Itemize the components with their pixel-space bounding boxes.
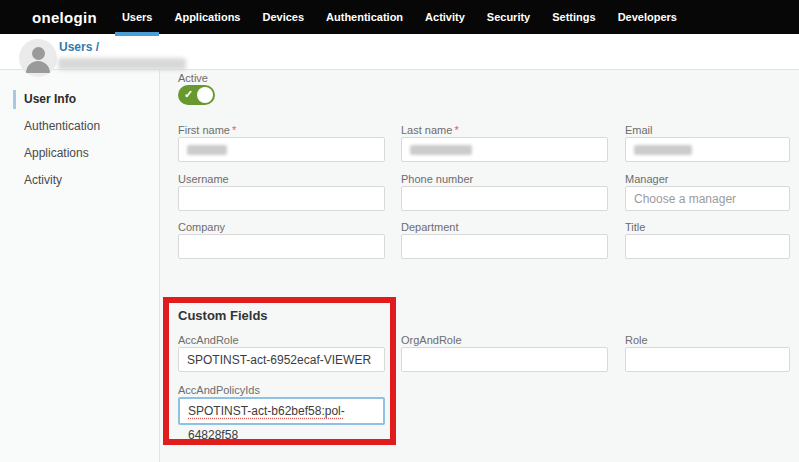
org-and-role-input[interactable] (401, 347, 608, 372)
last-name-label: Last name* (401, 124, 608, 136)
nav-tab-developers[interactable]: Developers (607, 0, 688, 34)
phone-number-label: Phone number (401, 173, 608, 185)
manager-label: Manager (625, 173, 790, 185)
acc-and-policy-ids-value: SPOTINST-act-b62bef58:pol-64828f58 (188, 404, 345, 442)
username-label: Username (178, 173, 385, 185)
first-name-label: First name* (178, 124, 385, 136)
username-input[interactable] (178, 186, 385, 211)
email-label: Email (625, 124, 790, 136)
first-name-input[interactable] (178, 137, 385, 162)
onelogin-logo: onelogin (32, 9, 97, 26)
nav-tab-security[interactable]: Security (476, 0, 541, 34)
company-label: Company (178, 221, 385, 233)
department-label: Department (401, 221, 608, 233)
nav-items: Users Applications Devices Authenticatio… (111, 0, 688, 34)
acc-and-policy-ids-label: AccAndPolicyIds (178, 384, 385, 396)
nav-tab-settings[interactable]: Settings (541, 0, 606, 34)
department-input[interactable] (401, 234, 608, 259)
nav-tab-devices[interactable]: Devices (251, 0, 315, 34)
breadcrumb[interactable]: Users / (59, 40, 99, 54)
onelogin-user-page: onelogin Users Applications Devices Auth… (0, 0, 799, 462)
acc-and-role-input[interactable] (178, 347, 385, 372)
sidebar-item-applications[interactable]: Applications (0, 140, 159, 167)
sidebar-item-activity[interactable]: Activity (0, 167, 159, 194)
redacted-value (634, 145, 692, 155)
redacted-value (410, 145, 472, 155)
role-input[interactable] (625, 347, 790, 372)
email-input[interactable] (625, 137, 790, 162)
active-toggle[interactable]: ✓ (178, 85, 215, 105)
user-info-form: Active ✓ First name* Last name* Email Us… (160, 70, 799, 462)
title-label: Title (625, 221, 790, 233)
custom-fields-heading: Custom Fields (178, 308, 268, 323)
user-name-redacted (58, 58, 186, 70)
check-icon: ✓ (184, 88, 193, 101)
last-name-input[interactable] (401, 137, 608, 162)
sidebar-item-user-info[interactable]: User Info (0, 86, 159, 113)
redacted-value (187, 145, 227, 155)
acc-and-role-label: AccAndRole (178, 334, 385, 346)
sidebar-item-authentication[interactable]: Authentication (0, 113, 159, 140)
role-label: Role (625, 334, 790, 346)
nav-tab-users[interactable]: Users (111, 0, 164, 34)
title-input[interactable] (625, 234, 790, 259)
avatar-person-icon (32, 47, 45, 60)
nav-tab-activity[interactable]: Activity (414, 0, 476, 34)
sidebar: User Info Authentication Applications Ac… (0, 70, 160, 462)
top-nav: onelogin Users Applications Devices Auth… (0, 0, 799, 34)
nav-tab-applications[interactable]: Applications (163, 0, 251, 34)
acc-and-policy-ids-input[interactable]: SPOTINST-act-b62bef58:pol-64828f58 (178, 397, 385, 425)
phone-number-input[interactable] (401, 186, 608, 211)
user-avatar (19, 39, 57, 77)
manager-input[interactable] (625, 186, 790, 211)
active-label: Active (178, 72, 208, 84)
org-and-role-label: OrgAndRole (401, 334, 608, 346)
company-input[interactable] (178, 234, 385, 259)
nav-tab-authentication[interactable]: Authentication (315, 0, 414, 34)
